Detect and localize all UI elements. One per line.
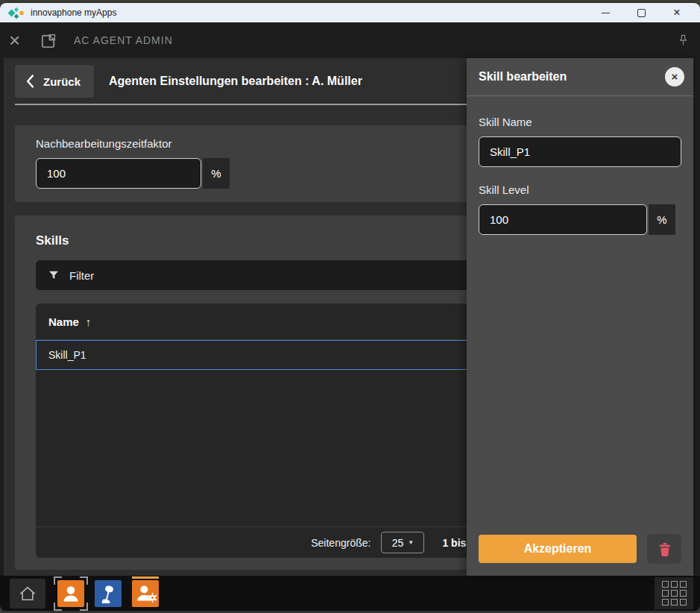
sort-asc-icon: ↑ <box>86 315 92 328</box>
focus-bracket <box>54 576 62 585</box>
home-icon <box>16 583 39 604</box>
wrapup-input[interactable] <box>36 158 201 189</box>
panel-header: Skill bearbeiten × <box>467 58 693 95</box>
app-title: AC AGENT ADMIN <box>74 34 677 46</box>
window-title: innovaphone myApps <box>31 7 593 18</box>
taskbar <box>0 576 700 611</box>
filter-icon <box>48 269 60 281</box>
panel-spacer <box>479 235 681 534</box>
app-close-icon[interactable]: × <box>9 31 34 50</box>
focus-bracket <box>54 603 62 611</box>
phone-app-button[interactable] <box>95 580 122 607</box>
gear-icon <box>147 592 158 606</box>
skill-name-label: Skill Name <box>479 116 681 128</box>
focus-bracket <box>80 576 88 585</box>
back-button-label: Zurück <box>43 75 81 88</box>
grid-icon <box>662 581 687 606</box>
myapps-window: innovaphone myApps × × AC AGENT ADMIN <box>0 3 700 611</box>
trash-icon <box>656 541 673 558</box>
pin-icon[interactable] <box>677 34 691 48</box>
page-title: Agenten Einstellungen bearbeiten : A. Mü… <box>109 75 362 88</box>
skill-level-unit: % <box>649 204 675 235</box>
window-close-button[interactable]: × <box>664 4 690 21</box>
titlebar: innovaphone myApps × <box>0 3 700 22</box>
chevron-left-icon <box>25 75 35 88</box>
skill-level-label: Skill Level <box>479 183 681 196</box>
page-size-label: Seitengröße: <box>311 537 371 549</box>
active-app-indicator <box>132 576 159 579</box>
skill-level-input[interactable] <box>479 204 647 235</box>
app-header: × AC AGENT ADMIN <box>0 22 700 58</box>
app-grid-button[interactable] <box>655 577 693 609</box>
skill-name-input[interactable] <box>479 136 681 167</box>
home-button[interactable] <box>10 579 45 609</box>
popout-icon[interactable] <box>40 32 57 49</box>
accept-button[interactable]: Akzeptieren <box>479 535 637 563</box>
focus-bracket <box>80 603 88 611</box>
page-size-value: 25 <box>392 537 404 549</box>
panel-body: Skill Name Skill Level % <box>467 96 693 534</box>
panel-title: Skill bearbeiten <box>479 70 567 84</box>
panel-close-button[interactable]: × <box>665 67 684 87</box>
panel-footer: Akzeptieren <box>467 534 693 576</box>
minimize-button[interactable] <box>593 4 618 21</box>
page-size-dropdown[interactable]: 25 ▼ <box>381 532 424 553</box>
wrapup-unit: % <box>203 158 230 189</box>
maximize-button[interactable] <box>628 4 654 21</box>
agent-admin-app-button[interactable] <box>132 580 159 607</box>
contacts-app-button[interactable] <box>57 580 84 607</box>
innovaphone-logo-icon <box>7 7 25 19</box>
delete-button[interactable] <box>647 534 681 564</box>
skill-edit-panel: Skill bearbeiten × Skill Name Skill Leve… <box>467 58 693 576</box>
back-button[interactable]: Zurück <box>15 65 94 98</box>
filter-label: Filter <box>69 269 94 282</box>
table-cell-name: Skill_P1 <box>48 349 86 361</box>
content-area: Zurück Agenten Einstellungen bearbeiten … <box>0 58 700 576</box>
chevron-down-icon: ▼ <box>408 539 414 546</box>
column-label: Name <box>48 315 79 328</box>
phone-icon <box>95 580 122 607</box>
